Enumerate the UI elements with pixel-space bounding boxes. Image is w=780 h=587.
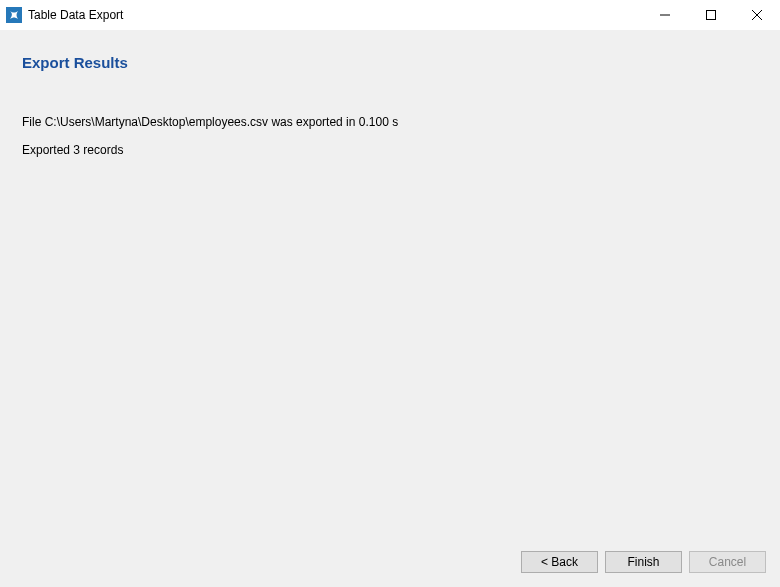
cancel-button: Cancel	[689, 551, 766, 573]
maximize-button[interactable]	[688, 0, 734, 30]
finish-button[interactable]: Finish	[605, 551, 682, 573]
back-button[interactable]: < Back	[521, 551, 598, 573]
spacer	[22, 171, 758, 539]
button-row: < Back Finish Cancel	[0, 539, 780, 587]
close-button[interactable]	[734, 0, 780, 30]
titlebar: Table Data Export	[0, 0, 780, 30]
export-count-status: Exported 3 records	[22, 143, 758, 157]
window: Table Data Export Export Results File C:…	[0, 0, 780, 587]
app-icon	[6, 7, 22, 23]
window-title: Table Data Export	[28, 8, 642, 22]
content-area: Export Results File C:\Users\Martyna\Des…	[0, 30, 780, 539]
export-file-status: File C:\Users\Martyna\Desktop\employees.…	[22, 115, 758, 129]
minimize-button[interactable]	[642, 0, 688, 30]
page-heading: Export Results	[22, 54, 758, 71]
window-controls	[642, 0, 780, 30]
svg-rect-1	[707, 11, 716, 20]
